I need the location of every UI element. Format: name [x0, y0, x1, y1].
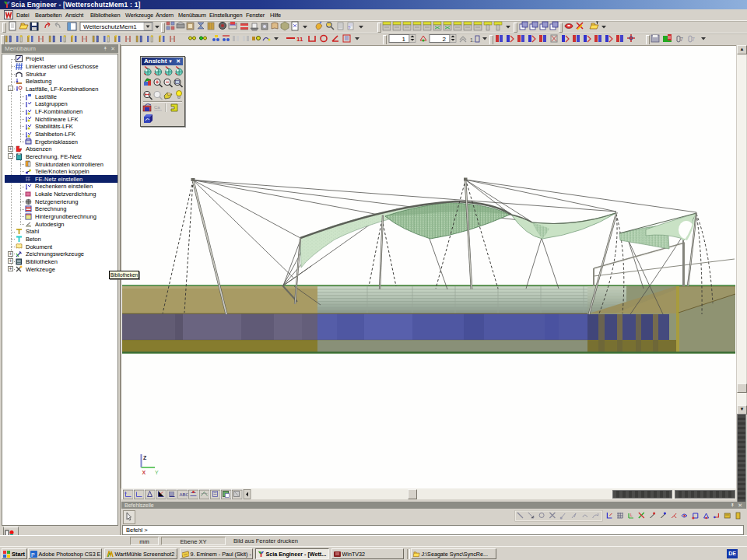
svg-text:Z: Z — [143, 455, 147, 460]
svg-text:X: X — [142, 470, 146, 475]
svg-text:2: 2 — [443, 36, 447, 43]
svg-text:7: 7 — [680, 37, 683, 42]
svg-text:7: 7 — [692, 37, 695, 42]
svg-text:P: P — [31, 551, 35, 557]
svg-text:L: L — [630, 513, 633, 517]
svg-text:WetterschutzMem1: WetterschutzMem1 — [83, 23, 137, 30]
svg-text:Y: Y — [155, 470, 159, 475]
svg-text:1: 1 — [402, 36, 406, 43]
svg-text:Ca: Ca — [154, 105, 160, 110]
svg-text:1.: 1. — [470, 37, 475, 43]
svg-text:11: 11 — [296, 36, 303, 43]
